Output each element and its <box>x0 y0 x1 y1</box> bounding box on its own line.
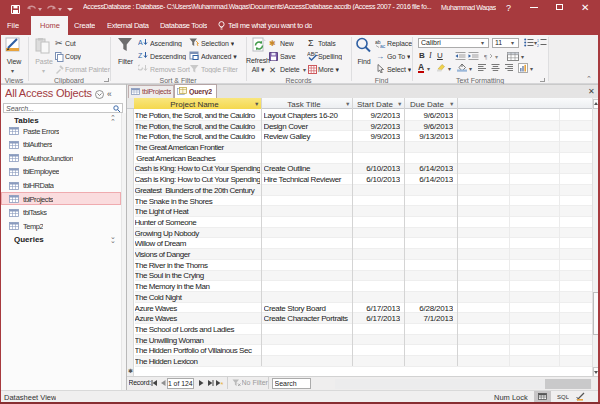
svg-text:A: A <box>138 39 143 46</box>
svg-text:ac: ac <box>380 43 386 48</box>
svg-text:Z: Z <box>138 52 143 59</box>
svg-text:2: 2 <box>537 44 539 48</box>
svg-text:1: 1 <box>537 39 539 43</box>
svg-text:*: * <box>220 380 223 387</box>
svg-text:¶: ¶ <box>484 53 488 60</box>
